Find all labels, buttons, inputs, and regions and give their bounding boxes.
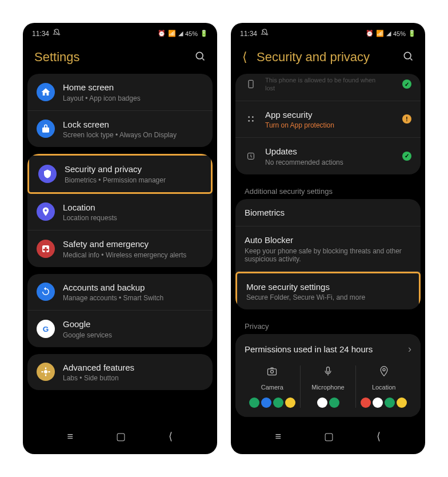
item-sub: Google services [63,331,203,339]
status-item[interactable]: Updates No recommended actions ✓ [235,138,421,174]
item-title: Home screen [63,82,203,93]
item-sub: Keep your phone safe by blocking threats… [245,247,411,263]
app-icon [385,398,395,408]
item-sub: Biometrics • Permission manager [65,176,202,184]
wifi-icon: 📶 [376,30,384,37]
star-icon [37,363,55,381]
nav-bar: ≡ ▢ ⟨ [231,421,425,454]
perm-col-location[interactable]: Location [356,365,411,408]
signal-icon: ◢ [386,30,391,37]
settings-item-google[interactable]: G Google Google services [27,311,213,347]
settings-screen: 11:34 ⏰ 📶 ◢ 45% 🔋 Settings Home screen L… [23,23,217,454]
nav-home[interactable]: ▢ [116,430,126,443]
perm-col-camera[interactable]: Camera [245,365,301,408]
battery-icon: 🔋 [200,30,208,37]
item-title: App security [265,109,394,121]
settings-group: Advanced features Labs • Side button [27,354,213,391]
page-title: Settings [34,50,80,65]
perm-title: Permissions used in last 24 hours [245,344,373,354]
item-sub: Labs • Side button [63,374,203,382]
wifi-icon: 📶 [168,30,176,37]
search-icon[interactable] [402,50,414,64]
app-icon [361,398,371,408]
svg-point-7 [252,117,254,118]
settings-item-lock-screen[interactable]: Lock screen Screen lock type • Always On… [27,111,213,148]
status-green-icon: ✓ [402,152,411,161]
item-sub: Secure Folder, Secure Wi-Fi, and more [246,293,410,301]
app-icon [285,398,295,408]
item-cut-text: This phone is allowed to be found when [265,76,394,84]
battery-pct: 45% [393,30,406,37]
chevron-right-icon: › [408,343,411,355]
settings-group: Accounts and backup Manage accounts • Sm… [27,274,213,347]
item-title: Auto Blocker [245,234,411,246]
nav-recents[interactable]: ≡ [67,431,74,443]
lock-icon [37,120,55,138]
back-button[interactable]: ⟨ [242,50,247,65]
svg-point-8 [248,120,250,122]
nav-home[interactable]: ▢ [324,430,334,443]
perm-col-microphone[interactable]: Microphone [301,365,357,408]
security-item-auto-blocker[interactable]: Auto Blocker Keep your phone safe by blo… [235,226,421,272]
nav-bar: ≡ ▢ ⟨ [23,421,217,454]
svg-point-12 [271,370,274,373]
perm-apps [249,398,295,408]
item-title: Biometrics [245,207,411,218]
status-time: 11:34 [32,30,49,38]
settings-item-home-screen[interactable]: Home screen Layout • App icon badges [27,74,213,111]
app-icon [261,398,271,408]
security-item-more-security-settings[interactable]: More security settings Secure Folder, Se… [235,272,421,310]
item-sub: No recommended actions [265,158,394,166]
settings-item-security-and-privacy[interactable]: Security and privacy Biometrics • Permis… [27,154,213,194]
signal-icon: ◢ [178,30,183,37]
apps-icon [245,113,257,125]
svg-point-6 [248,117,250,118]
settings-item-accounts-and-backup[interactable]: Accounts and backup Manage accounts • Sm… [27,274,213,311]
privacy-card: Permissions used in last 24 hours › Came… [235,334,421,417]
search-icon[interactable] [194,50,206,64]
svg-point-3 [44,370,47,373]
status-bar: 11:34 ⏰ 📶 ◢ 45% 🔋 [231,23,425,42]
permissions-card[interactable]: Permissions used in last 24 hours › Came… [235,334,421,417]
nav-back[interactable]: ⟨ [169,430,173,443]
perm-label: Camera [261,384,283,391]
security-status-card: This phone is allowed to be found when l… [235,74,421,174]
settings-group: Home screen Layout • App icon badges Loc… [27,74,213,147]
svg-rect-5 [249,81,253,88]
status-item[interactable]: This phone is allowed to be found when l… [235,74,421,101]
additional-security-card: Biometrics Auto Blocker Keep your phone … [235,199,421,310]
settings-item-advanced-features[interactable]: Advanced features Labs • Side button [27,354,213,391]
camera-icon [266,365,278,379]
item-sub: Medical info • Wireless emergency alerts [63,251,203,259]
app-icon [317,398,327,408]
item-sub: Turn on App protection [265,121,394,129]
section-header: Privacy [235,316,421,334]
svg-point-14 [383,369,385,371]
svg-point-0 [196,52,203,59]
nav-recents[interactable]: ≡ [275,431,282,443]
item-sub: Location requests [63,214,203,222]
status-item[interactable]: App security Turn on App protection ! [235,101,421,138]
security-screen: 11:34 ⏰ 📶 ◢ 45% 🔋 ⟨ Security and privacy… [231,23,425,454]
page-title: Security and privacy [257,50,370,65]
loc-icon [378,365,390,379]
settings-item-safety-and-emergency[interactable]: Safety and emergency Medical info • Wire… [27,230,213,267]
home-icon [37,83,55,101]
item-title: Location [63,202,203,213]
phone-icon [245,78,257,90]
perm-apps [361,398,407,408]
settings-item-location[interactable]: Location Location requests [27,194,213,231]
section-header: Additional security settings [235,181,421,199]
status-time: 11:34 [240,30,257,38]
security-item-biometrics[interactable]: Biometrics [235,199,421,227]
medical-icon [37,240,55,258]
settings-group: Security and privacy Biometrics • Permis… [27,154,213,267]
nav-back[interactable]: ⟨ [377,430,381,443]
item-title: Safety and emergency [63,238,203,250]
app-icon [373,398,383,408]
status-bar: 11:34 ⏰ 📶 ◢ 45% 🔋 [23,23,217,42]
status-orange-icon: ! [402,114,411,124]
perm-label: Location [372,384,396,391]
alarm-icon: ⏰ [366,30,374,37]
item-sub: Manage accounts • Smart Switch [63,294,203,302]
